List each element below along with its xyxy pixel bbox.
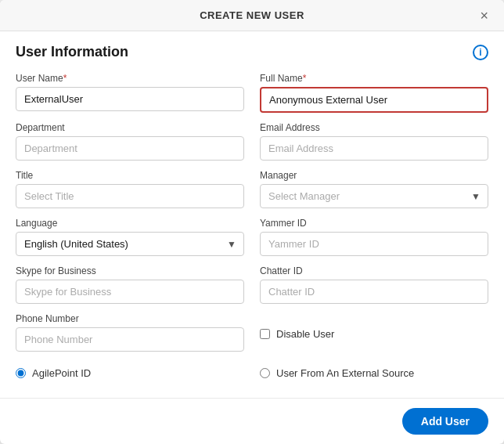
create-user-modal: CREATE NEW USER × User Information i Use…	[0, 0, 504, 444]
agilepoint-label[interactable]: AgilePoint ID	[32, 367, 91, 379]
fullname-label: Full Name*	[260, 73, 488, 84]
external-source-row: User From An External Source	[260, 367, 488, 379]
yammer-label: Yammer ID	[260, 218, 488, 229]
modal-title: CREATE NEW USER	[200, 9, 304, 21]
language-select[interactable]: English (United States)	[16, 232, 244, 256]
agilepoint-row: AgilePoint ID	[16, 367, 244, 379]
title-group: Title	[16, 170, 244, 208]
manager-label: Manager	[260, 170, 488, 181]
modal-footer: Add User	[0, 398, 504, 444]
manager-group: Manager Select Manager ▼	[260, 170, 488, 208]
skype-label: Skype for Business	[16, 265, 244, 276]
fullname-group: Full Name*	[260, 73, 488, 113]
disable-user-checkbox[interactable]	[260, 329, 270, 339]
email-input[interactable]	[260, 136, 488, 161]
chatter-group: Chatter ID	[260, 265, 488, 304]
info-icon[interactable]: i	[473, 45, 488, 60]
username-required: *	[63, 73, 67, 84]
chatter-input[interactable]	[260, 280, 488, 304]
chatter-label: Chatter ID	[260, 265, 488, 276]
fullname-required: *	[303, 73, 307, 84]
section-title: User Information	[16, 44, 128, 60]
bottom-row: AgilePoint ID User From An External Sour…	[16, 364, 488, 379]
department-input[interactable]	[16, 136, 244, 161]
department-group: Department	[16, 122, 244, 161]
phone-input[interactable]	[16, 327, 244, 352]
title-label: Title	[16, 170, 244, 181]
department-label: Department	[16, 122, 244, 133]
modal-header: CREATE NEW USER ×	[0, 0, 504, 31]
disable-user-group: Disable User	[260, 313, 488, 352]
skype-input[interactable]	[16, 280, 244, 304]
disable-user-row: Disable User	[260, 328, 334, 340]
username-label: User Name*	[16, 73, 244, 84]
phone-group: Phone Number	[16, 313, 244, 352]
manager-select[interactable]: Select Manager	[260, 184, 488, 208]
external-source-label[interactable]: User From An External Source	[276, 367, 414, 379]
phone-label: Phone Number	[16, 313, 244, 324]
bottom-right: User From An External Source	[260, 364, 488, 379]
bottom-left: AgilePoint ID	[16, 364, 244, 379]
fullname-input[interactable]	[260, 87, 488, 113]
agilepoint-radio[interactable]	[16, 368, 26, 378]
language-group: Language English (United States) ▼	[16, 218, 244, 256]
manager-select-wrapper: Select Manager ▼	[260, 184, 488, 208]
language-label: Language	[16, 218, 244, 229]
email-label: Email Address	[260, 122, 488, 133]
username-input[interactable]	[16, 87, 244, 111]
form-grid: User Name* Full Name* Department Email A…	[16, 73, 488, 361]
yammer-group: Yammer ID	[260, 218, 488, 256]
external-source-radio[interactable]	[260, 368, 270, 378]
username-group: User Name*	[16, 73, 244, 113]
close-button[interactable]: ×	[475, 7, 493, 24]
modal-body: User Information i User Name* Full Name*	[0, 31, 504, 398]
email-group: Email Address	[260, 122, 488, 161]
title-input[interactable]	[16, 184, 244, 208]
yammer-input[interactable]	[260, 232, 488, 256]
add-user-button[interactable]: Add User	[402, 408, 488, 435]
language-select-wrapper: English (United States) ▼	[16, 232, 244, 256]
section-header: User Information i	[16, 44, 488, 60]
disable-user-label[interactable]: Disable User	[276, 328, 334, 340]
skype-group: Skype for Business	[16, 265, 244, 304]
